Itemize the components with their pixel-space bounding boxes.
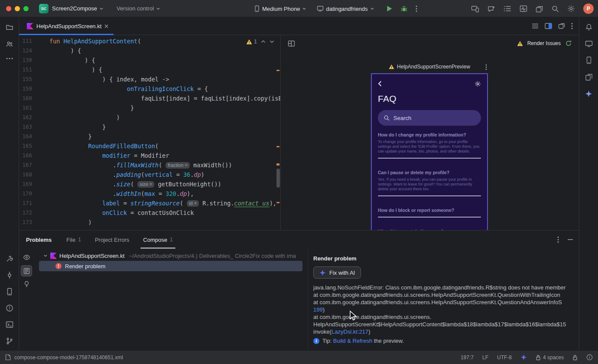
editor-tab[interactable]: HelpAndSupportScreen.kt — [19, 17, 114, 35]
code-area[interactable]: 111fun HelpAndSupportContent(124 ) {130 … — [19, 35, 280, 227]
line-number[interactable]: 168 — [19, 170, 49, 179]
readonly-lock-icon[interactable] — [572, 354, 578, 361]
fix-with-ai-button[interactable]: Fix with AI — [313, 266, 361, 279]
line-number[interactable]: 171 — [19, 198, 49, 208]
more-actions-button[interactable] — [416, 5, 417, 12]
hide-panel-button[interactable] — [568, 239, 573, 240]
running-devices-button[interactable] — [585, 40, 593, 47]
close-window-button[interactable] — [6, 6, 11, 11]
code-line[interactable]: 161 } — [19, 103, 280, 113]
line-number[interactable]: 124 — [19, 46, 49, 55]
ai-sparkle-icon[interactable] — [520, 354, 527, 361]
build-refresh-link[interactable]: Build & Refresh — [333, 338, 372, 344]
code-line[interactable]: 166 modifier = Modifier — [19, 151, 280, 160]
version-control-tool-button[interactable] — [6, 337, 13, 345]
resource-manager-button[interactable] — [536, 5, 543, 13]
line-number[interactable]: 173 — [19, 218, 49, 227]
code-line[interactable]: 151 ) { — [19, 65, 280, 75]
device-explorer-button[interactable] — [6, 288, 13, 296]
preview-canvas[interactable]: HelpAndSupportScreenPreview FAQ S — [281, 52, 579, 230]
vcs-selector[interactable]: Version control — [117, 5, 160, 12]
todo-list-button[interactable] — [504, 5, 511, 12]
stack-trace-link[interactable]: 199 — [313, 306, 323, 313]
preview-problem-button[interactable] — [21, 252, 32, 263]
line-number[interactable]: 165 — [19, 141, 49, 151]
error-stripe-mark[interactable] — [276, 70, 280, 71]
terminal-tool-button[interactable] — [6, 321, 13, 328]
line-number[interactable]: 159 — [19, 84, 49, 94]
error-stripe-mark[interactable] — [276, 163, 280, 166]
line-number[interactable]: 155 — [19, 75, 49, 84]
tab-file[interactable]: File1 — [66, 231, 81, 249]
preview-layout-button[interactable] — [288, 40, 295, 47]
show-details-button[interactable] — [21, 266, 32, 276]
split-preview-button[interactable] — [545, 23, 552, 29]
line-number[interactable]: 164 — [19, 132, 49, 141]
device-mirroring-button[interactable] — [471, 5, 479, 13]
detach-editor-button[interactable] — [558, 23, 565, 29]
refresh-icon[interactable] — [565, 40, 572, 47]
code-line[interactable]: 172 onClick = contactUsOnClick — [19, 208, 280, 218]
error-stripe-mark[interactable] — [276, 202, 280, 203]
commit-tool-button[interactable] — [6, 271, 13, 279]
project-tool-button[interactable] — [6, 23, 13, 31]
code-line[interactable]: 124 ) { — [19, 46, 280, 55]
code-line[interactable]: 162 ) — [19, 113, 280, 122]
problems-title[interactable]: Problems — [26, 237, 52, 243]
tree-file-row[interactable]: HelpAndSupportScreen.kt ~/AndroidStudioP… — [34, 250, 308, 261]
prev-warning-icon[interactable] — [261, 40, 266, 43]
indent-widget[interactable]: 4 spaces — [536, 354, 564, 361]
editor-scrollbar[interactable] — [276, 169, 280, 188]
code-line[interactable]: 171 label = stringResource( id = R.strin… — [19, 198, 280, 208]
ai-assistant-button[interactable] — [488, 5, 495, 13]
code-editor[interactable]: 111fun HelpAndSupportContent(124 ) {130 … — [19, 35, 281, 230]
code-line[interactable]: 111fun HelpAndSupportContent( — [19, 36, 280, 46]
chevron-down-icon[interactable] — [43, 254, 48, 258]
build-tool-button[interactable] — [6, 255, 13, 263]
tree-error-row[interactable]: ! Render problem — [39, 261, 302, 271]
collaboration-tool-button[interactable] — [6, 40, 13, 48]
next-warning-icon[interactable] — [270, 40, 274, 43]
device-selector[interactable]: Medium Phone — [254, 5, 306, 12]
run-button[interactable] — [387, 5, 393, 12]
line-number[interactable]: 163 — [19, 122, 49, 132]
line-number[interactable]: 111 — [19, 36, 49, 46]
line-number[interactable]: 170 — [19, 189, 49, 198]
more-tools-button[interactable] — [6, 57, 13, 60]
gemini-button[interactable] — [585, 90, 592, 98]
problems-tool-button[interactable] — [6, 304, 13, 312]
line-number[interactable]: 167 — [19, 160, 49, 170]
line-number[interactable]: 160 — [19, 94, 49, 103]
fullscreen-window-button[interactable] — [23, 6, 29, 11]
file-encoding[interactable]: UTF-8 — [497, 354, 512, 361]
line-separator[interactable]: LF — [482, 354, 488, 361]
user-avatar[interactable]: P — [583, 3, 594, 14]
profiler-button[interactable] — [520, 5, 527, 12]
device-manager-button[interactable] — [585, 56, 592, 64]
code-line[interactable]: 130 ) { — [19, 55, 280, 65]
line-number[interactable]: 151 — [19, 65, 49, 75]
render-issues-label[interactable]: Render Issues — [527, 40, 561, 46]
tab-compose[interactable]: Compose1 — [143, 231, 172, 249]
settings-button[interactable] — [567, 5, 575, 13]
logcat-button[interactable] — [585, 73, 593, 81]
code-line[interactable]: 164 } — [19, 132, 280, 141]
line-number[interactable]: 130 — [19, 55, 49, 65]
code-line[interactable]: 173 ) — [19, 218, 280, 227]
code-line[interactable]: 163 } — [19, 122, 280, 132]
code-line[interactable]: 159 onTrailingIconClick = { — [19, 84, 280, 94]
line-number[interactable]: 172 — [19, 208, 49, 218]
editor-list-button[interactable] — [532, 23, 539, 29]
debug-button[interactable] — [400, 5, 408, 13]
editor-more-button[interactable] — [571, 23, 573, 29]
code-line[interactable]: 168 .padding(vertical = 36.dp) — [19, 170, 280, 179]
line-number[interactable]: 166 — [19, 151, 49, 160]
preview-menu-button[interactable] — [485, 64, 487, 70]
run-configuration-selector[interactable]: datingandfriends — [317, 6, 374, 12]
line-number[interactable]: 161 — [19, 103, 49, 113]
code-line[interactable]: 155 ) { index, model -> — [19, 75, 280, 84]
line-number[interactable]: 162 — [19, 113, 49, 122]
warning-indicator[interactable]: 1 — [246, 39, 257, 45]
panel-options-button[interactable] — [557, 236, 559, 243]
search-everywhere-button[interactable] — [552, 5, 559, 13]
